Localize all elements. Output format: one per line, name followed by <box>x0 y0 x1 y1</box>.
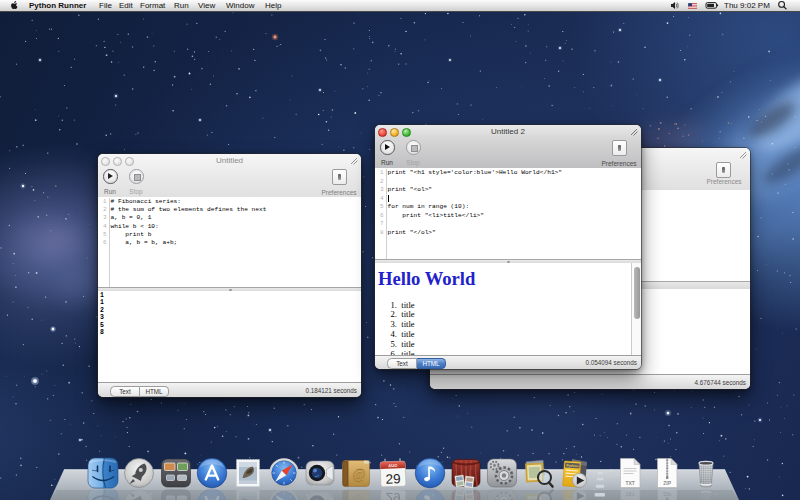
svg-text:ZIP: ZIP <box>663 480 671 486</box>
svg-text:TXT: TXT <box>625 480 634 486</box>
svg-text:AUG: AUG <box>388 463 397 468</box>
svg-text:@: @ <box>352 467 365 482</box>
svg-text:29: 29 <box>385 471 401 487</box>
svg-text:Python: Python <box>566 464 578 469</box>
